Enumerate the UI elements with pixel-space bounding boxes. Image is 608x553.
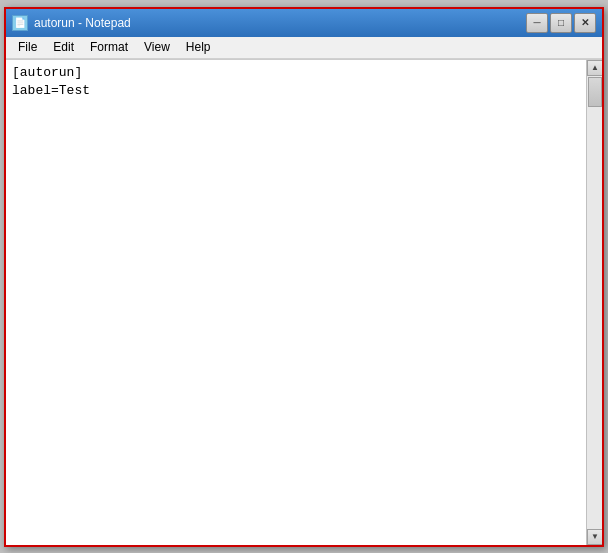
vertical-scrollbar[interactable]: ▲ ▼ bbox=[586, 60, 602, 545]
maximize-button[interactable]: □ bbox=[550, 13, 572, 33]
scroll-up-button[interactable]: ▲ bbox=[587, 60, 602, 76]
text-editor[interactable]: [autorun] label=Test bbox=[6, 60, 586, 545]
menu-edit[interactable]: Edit bbox=[45, 37, 82, 58]
menu-view[interactable]: View bbox=[136, 37, 178, 58]
window-controls: ─ □ ✕ bbox=[526, 13, 596, 33]
scroll-track[interactable] bbox=[587, 76, 602, 529]
menu-file[interactable]: File bbox=[10, 37, 45, 58]
notepad-window: 📄 autorun - Notepad ─ □ ✕ File Edit Form… bbox=[4, 7, 604, 547]
scroll-thumb[interactable] bbox=[588, 77, 602, 107]
editor-area: [autorun] label=Test ▲ ▼ bbox=[6, 59, 602, 545]
menu-format[interactable]: Format bbox=[82, 37, 136, 58]
close-button[interactable]: ✕ bbox=[574, 13, 596, 33]
window-title: autorun - Notepad bbox=[34, 16, 526, 30]
app-icon: 📄 bbox=[12, 15, 28, 31]
menu-bar: File Edit Format View Help bbox=[6, 37, 602, 59]
minimize-button[interactable]: ─ bbox=[526, 13, 548, 33]
menu-help[interactable]: Help bbox=[178, 37, 219, 58]
title-bar: 📄 autorun - Notepad ─ □ ✕ bbox=[6, 9, 602, 37]
scroll-down-button[interactable]: ▼ bbox=[587, 529, 602, 545]
